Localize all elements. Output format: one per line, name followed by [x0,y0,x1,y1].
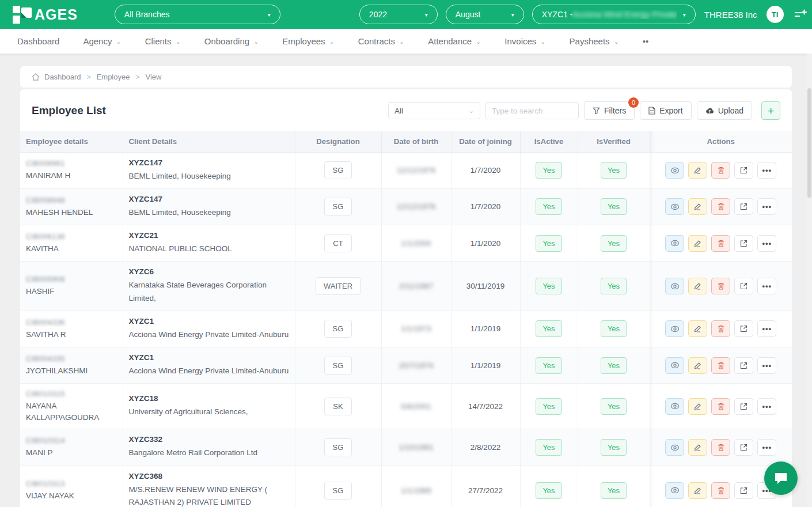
nav-item-agency[interactable]: Agency ⌄ [83,36,121,46]
table-row[interactable]: CIB008948 MAHESH HENDEL XYZC147 BEML Lim… [20,188,792,225]
scrollbar-thumb[interactable] [807,88,811,198]
edit-button[interactable] [688,482,707,499]
nav-item-invoices[interactable]: Invoices ⌄ [504,36,545,46]
nav-item-paysheets[interactable]: Paysheets ⌄ [570,36,619,46]
more-actions-button[interactable]: ••• [757,198,776,215]
date-of-joining: 1/7/2020 [470,166,501,175]
app-header: AGES All Branches ▾ 2022 ▾ August ▾ XYZC… [0,0,812,29]
more-actions-button[interactable]: ••• [757,357,776,374]
is-active-badge: Yes [536,357,561,374]
table-row[interactable]: CIB005908 HASHIF XYZC6 Karnataka State B… [20,262,792,311]
nav-item-[interactable]: •• [643,36,649,46]
delete-button[interactable] [711,198,730,215]
edit-button[interactable] [688,320,707,337]
view-button[interactable] [665,398,684,415]
more-actions-button[interactable]: ••• [757,320,776,337]
is-verified-badge: Yes [601,235,627,252]
delete-button[interactable] [711,278,730,294]
playlist-add-icon[interactable] [794,8,807,21]
add-employee-button[interactable]: + [761,101,780,120]
branch-dropdown[interactable]: All Branches ▾ [115,5,280,24]
view-button[interactable] [665,320,684,337]
delete-button[interactable] [711,162,730,179]
open-external-button[interactable] [734,357,753,374]
delete-button[interactable] [711,482,730,499]
table-row[interactable]: CIB004336 SAVITHA R XYZC1 Acciona Wind E… [20,311,792,347]
open-external-button[interactable] [734,235,753,252]
edit-button[interactable] [688,162,707,179]
table-row[interactable]: CIB010314 MANI P XYZC332 Bangalore Metro… [20,429,792,466]
open-external-button[interactable] [734,162,753,179]
month-dropdown[interactable]: August ▾ [446,5,524,24]
delete-button[interactable] [711,357,730,374]
open-external-button[interactable] [734,198,753,215]
chat-button[interactable] [764,461,798,495]
date-of-joining: 30/11/2019 [466,282,505,290]
more-actions-button[interactable]: ••• [757,278,776,294]
open-external-button[interactable] [734,278,753,294]
breadcrumb-view[interactable]: View [145,73,161,81]
edit-button[interactable] [688,235,707,252]
more-actions-button[interactable]: ••• [757,439,776,456]
is-active-badge: Yes [536,198,561,215]
edit-button[interactable] [688,398,707,415]
table-row[interactable]: CIB010315 NAYANA KALLAPPAGOUDRA XYZC18 U… [20,384,792,429]
more-actions-button[interactable]: ••• [757,235,776,252]
client-name: Acciona Wind Energy Private Limited-Anub… [129,365,289,377]
page-scrollbar[interactable] [807,54,812,507]
delete-button[interactable] [711,398,730,415]
table-row[interactable]: CIB010313 VIJAY NAYAK XYZC368 M/S.RENEW … [20,466,792,507]
view-button[interactable] [665,198,684,215]
delete-button[interactable] [711,235,730,252]
table-row[interactable]: CIB008961 MANIRAM H XYZC147 BEML Limited… [20,152,792,188]
nav-item-dashboard[interactable]: Dashboard [17,36,59,46]
app-logo[interactable]: AGES [13,5,78,24]
view-button[interactable] [665,278,684,294]
home-icon[interactable] [32,73,40,81]
client-name: Bangalore Metro Rail Corporation Ltd [129,447,289,459]
open-external-button[interactable] [734,482,753,499]
open-external-button[interactable] [734,320,753,337]
open-external-button[interactable] [734,398,753,415]
logo-text: AGES [35,6,78,23]
nav-item-onboarding[interactable]: Onboarding ⌄ [204,36,259,46]
employee-name: MANIRAM H [26,170,117,181]
view-button[interactable] [665,482,684,499]
edit-button[interactable] [688,198,707,215]
employee-name: KAVITHA [26,243,117,255]
breadcrumb-employee[interactable]: Employee [97,73,130,81]
delete-button[interactable] [711,439,730,456]
file-icon [648,107,655,115]
table-row[interactable]: CIB004335 JYOTHILAKSHMI XYZC1 Acciona Wi… [20,347,792,384]
nav-item-clients[interactable]: Clients ⌄ [145,36,181,46]
edit-button[interactable] [688,278,707,294]
date-of-joining: 2/8/2022 [470,443,501,452]
client-dropdown[interactable]: XYZC1 - Acciona Wind Energy Private .. ▾ [532,5,696,24]
year-dropdown[interactable]: 2022 ▾ [359,5,438,24]
client-code: XYZC21 [129,231,289,240]
view-button[interactable] [665,439,684,456]
open-external-button[interactable] [734,439,753,456]
search-input[interactable] [485,102,579,119]
filters-button[interactable]: Filters 0 [584,101,635,120]
breadcrumb-dashboard[interactable]: Dashboard [44,73,81,81]
row-actions: ••• [656,439,787,456]
ellipsis-icon: ••• [762,361,772,370]
more-actions-button[interactable]: ••• [757,162,776,179]
user-avatar[interactable]: TI [767,6,784,23]
nav-item-employees[interactable]: Employees ⌄ [282,36,334,46]
view-button[interactable] [665,162,684,179]
view-button[interactable] [665,357,684,374]
edit-button[interactable] [688,357,707,374]
edit-button[interactable] [688,439,707,456]
view-button[interactable] [665,235,684,252]
table-row[interactable]: CIB006138 KAVITHA XYZC21 NATIONAL PUBLIC… [20,225,792,262]
row-actions: ••• [656,398,787,415]
delete-button[interactable] [711,320,730,337]
upload-button[interactable]: Upload [697,101,752,120]
nav-item-attendance[interactable]: Attendance ⌄ [428,36,481,46]
category-select[interactable]: All ⌄ [388,102,480,119]
more-actions-button[interactable]: ••• [757,398,776,415]
nav-item-contracts[interactable]: Contracts ⌄ [358,36,404,46]
export-button[interactable]: Export [640,101,691,120]
